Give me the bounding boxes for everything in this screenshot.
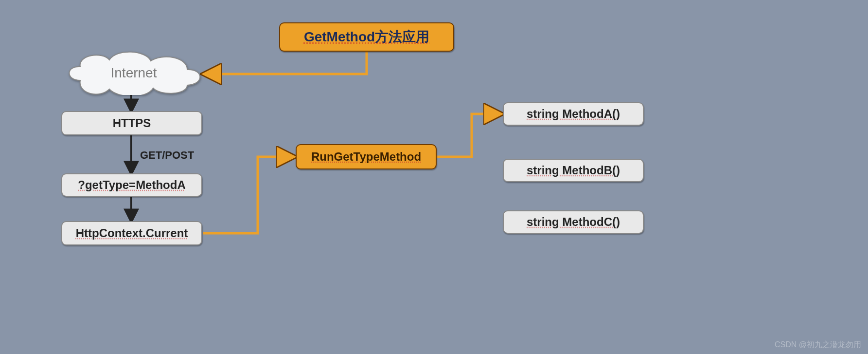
- diagram-canvas: GetMethod方法应用 Internet HTTPS GET/POST ?g…: [0, 0, 868, 354]
- watermark: CSDN @初九之潜龙勿用: [775, 340, 861, 350]
- internet-cloud: Internet: [63, 51, 204, 95]
- gettype-label: ?getType=MethodA: [78, 178, 186, 192]
- methodc-label: string MethodC(): [527, 215, 620, 229]
- methodb-node: string MethodB(): [503, 159, 644, 182]
- httpctx-label: HttpContext.Current: [76, 226, 188, 240]
- methodc-node: string MethodC(): [503, 210, 644, 234]
- methoda-node: string MethodA(): [503, 102, 644, 126]
- methodb-label: string MethodB(): [527, 164, 620, 177]
- https-label: HTTPS: [113, 116, 151, 130]
- gettype-node: ?getType=MethodA: [61, 173, 202, 197]
- internet-label: Internet: [111, 65, 157, 81]
- title-node: GetMethod方法应用: [279, 22, 454, 52]
- run-label: RunGetTypeMethod: [311, 150, 421, 164]
- title-label: GetMethod方法应用: [304, 28, 429, 46]
- methoda-label: string MethodA(): [527, 107, 620, 121]
- httpctx-node: HttpContext.Current: [61, 221, 202, 245]
- run-node: RunGetTypeMethod: [296, 144, 437, 169]
- https-node: HTTPS: [61, 111, 202, 135]
- edge-label-getpost: GET/POST: [140, 149, 194, 162]
